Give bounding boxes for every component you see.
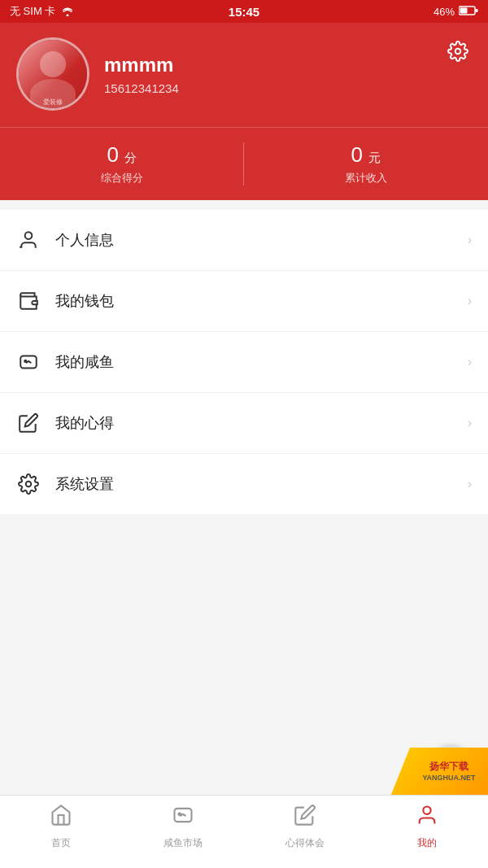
svg-point-7 — [24, 360, 26, 362]
stat-income-label: 累计收入 — [252, 171, 480, 185]
status-time: 15:45 — [229, 5, 259, 19]
svg-point-8 — [26, 482, 32, 487]
menu-item-notes[interactable]: 我的心得 › — [0, 393, 488, 454]
stat-score-value: 0 — [107, 142, 119, 167]
tab-experience[interactable]: 心得体会 — [244, 804, 366, 850]
profile-tab-icon — [416, 804, 438, 832]
avatar: 爱装修 — [16, 37, 89, 111]
menu-label-personal-info: 个人信息 — [55, 230, 468, 250]
profile-row: 爱装修 mmmm 15612341234 — [16, 37, 472, 127]
stat-income-unit: 元 — [368, 150, 381, 164]
gear-icon — [16, 472, 41, 496]
tab-market-label: 咸鱼市场 — [163, 836, 203, 850]
market-icon — [172, 804, 194, 832]
stat-income-value: 0 — [351, 142, 363, 167]
menu-item-system-settings[interactable]: 系统设置 › — [0, 454, 488, 514]
profile-phone: 15612341234 — [104, 81, 472, 95]
menu-label-wallet: 我的钱包 — [55, 291, 468, 311]
svg-point-3 — [455, 49, 461, 55]
menu-item-xiaoyu[interactable]: 我的咸鱼 › — [0, 332, 488, 393]
profile-header: 爱装修 mmmm 15612341234 — [0, 23, 488, 127]
wifi-icon — [60, 5, 75, 19]
fish-icon — [16, 350, 41, 374]
menu-list: 个人信息 › 我的钱包 › 我的咸鱼 › — [0, 210, 488, 514]
edit-icon — [16, 411, 41, 435]
tab-experience-label: 心得体会 — [285, 836, 325, 850]
menu-item-wallet[interactable]: 我的钱包 › — [0, 271, 488, 332]
stat-score-unit: 分 — [124, 150, 137, 164]
stat-income: 0 元 累计收入 — [244, 128, 488, 200]
avatar-brand-text: 爱装修 — [43, 98, 63, 107]
stat-score-label: 综合得分 — [8, 171, 236, 185]
tab-profile[interactable]: 我的 — [366, 804, 488, 850]
menu-item-personal-info[interactable]: 个人信息 › — [0, 210, 488, 271]
status-right: 46% — [434, 6, 478, 18]
stats-bar: 0 分 综合得分 0 元 累计收入 — [0, 127, 488, 200]
sim-signal-text: 无 SIM 卡 — [10, 4, 55, 19]
svg-rect-1 — [460, 7, 468, 13]
wallet-icon — [16, 289, 41, 313]
person-icon — [16, 228, 41, 252]
tab-profile-label: 我的 — [417, 836, 437, 850]
profile-info: mmmm 15612341234 — [104, 54, 472, 95]
chevron-right-icon: › — [468, 416, 472, 430]
watermark: 扬华下载 YANGHUA.NET — [390, 748, 488, 796]
chevron-right-icon: › — [468, 233, 472, 247]
stat-score: 0 分 综合得分 — [0, 128, 244, 200]
settings-button[interactable] — [444, 37, 472, 68]
chevron-right-icon: › — [468, 294, 472, 308]
chevron-right-icon: › — [468, 477, 472, 491]
experience-icon — [294, 804, 316, 832]
tab-home-label: 首页 — [51, 836, 71, 850]
tab-home[interactable]: 首页 — [0, 804, 122, 850]
svg-rect-2 — [476, 9, 478, 12]
svg-point-4 — [25, 232, 33, 239]
chevron-right-icon: › — [468, 355, 472, 369]
home-icon — [50, 804, 72, 832]
status-bar: 无 SIM 卡 15:45 46% — [0, 0, 488, 23]
tab-market[interactable]: 咸鱼市场 — [122, 804, 244, 850]
menu-label-notes: 我的心得 — [55, 413, 468, 433]
profile-name: mmmm — [104, 54, 472, 76]
menu-label-xiaoyu: 我的咸鱼 — [55, 352, 468, 372]
menu-label-system-settings: 系统设置 — [55, 474, 468, 494]
battery-icon — [459, 6, 478, 18]
battery-percentage: 46% — [434, 6, 455, 18]
svg-point-14 — [423, 807, 430, 814]
status-left: 无 SIM 卡 — [10, 4, 75, 19]
tab-bar: 首页 咸鱼市场 心得体会 我的 — [0, 795, 488, 868]
